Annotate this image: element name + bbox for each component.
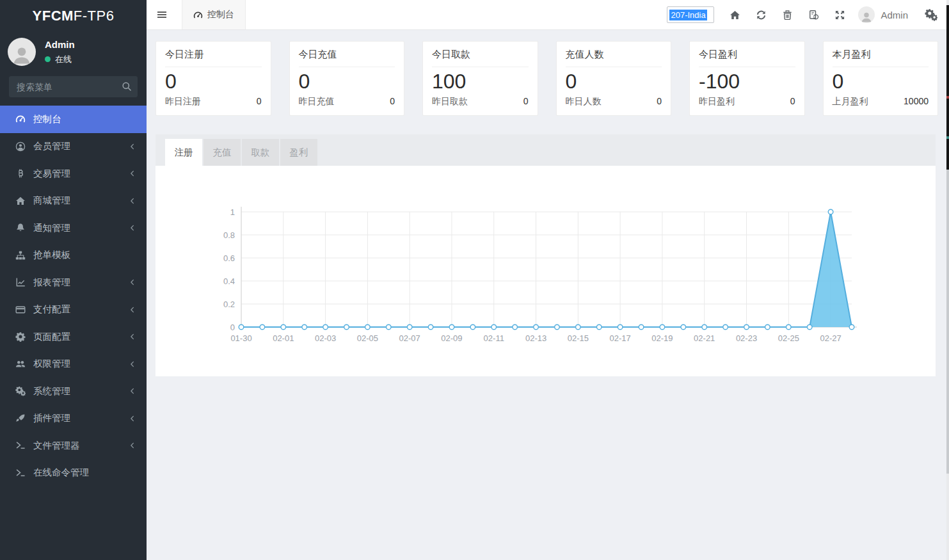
- stat-card-1: 今日充值0昨日充值0: [289, 41, 405, 116]
- clear-cache-icon[interactable]: [801, 2, 827, 28]
- stat-sub-label: 昨日盈利: [699, 96, 735, 108]
- sidebar-item-11[interactable]: 插件管理: [0, 405, 147, 433]
- dashboard-icon: [193, 10, 203, 20]
- sidebar-item-label: 商城管理: [33, 195, 129, 207]
- svg-text:02-03: 02-03: [315, 333, 336, 343]
- sidebar-item-label: 交易管理: [33, 168, 129, 180]
- refresh-icon[interactable]: [748, 2, 774, 28]
- topbar-avatar[interactable]: [858, 6, 875, 23]
- hamburger-icon[interactable]: [157, 10, 167, 20]
- svg-text:0.6: 0.6: [223, 253, 235, 263]
- sidebar-item-5[interactable]: 抢单模板: [0, 242, 147, 269]
- svg-text:0: 0: [230, 323, 235, 332]
- chart-tab-1[interactable]: 充值: [203, 139, 241, 166]
- topbar-tab-label: 控制台: [207, 9, 234, 20]
- stat-value: 0: [566, 70, 662, 93]
- svg-text:02-11: 02-11: [484, 333, 504, 343]
- stat-sub-label: 昨日取款: [432, 96, 468, 108]
- home-icon: [15, 196, 26, 206]
- chart-tab-0[interactable]: 注册: [165, 139, 202, 166]
- chart-line-icon: [15, 277, 26, 287]
- topbar: 控制台 207-India Admin: [147, 0, 949, 30]
- sidebar-item-label: 通知管理: [33, 222, 129, 234]
- sidebar-item-3[interactable]: 商城管理: [0, 188, 147, 215]
- chart-panel: 注册充值取款盈利 00.20.40.60.8101-3002-0102-0302…: [156, 134, 936, 376]
- sidebar-item-6[interactable]: 报表管理: [0, 269, 147, 296]
- content-area: 今日注册0昨日注册0今日充值0昨日充值0今日取款100昨日取款0充值人数0昨日人…: [147, 30, 949, 560]
- fullscreen-icon[interactable]: [827, 2, 853, 28]
- chevron-left-icon: [129, 170, 136, 177]
- credit-card-icon: [15, 305, 26, 315]
- svg-text:0.2: 0.2: [223, 300, 235, 309]
- online-dot-icon: [45, 56, 51, 62]
- chevron-left-icon: [129, 224, 136, 232]
- stat-value: 0: [833, 70, 929, 93]
- settings-gears-icon[interactable]: [925, 8, 937, 21]
- sidebar-menu: 控制台会员管理交易管理商城管理通知管理抢单模板报表管理支付配置页面配置权限管理系…: [0, 106, 147, 486]
- stat-sub-value: 0: [657, 96, 662, 108]
- stat-sub-value: 10000: [904, 96, 929, 108]
- stat-card-5: 本月盈利0上月盈利10000: [823, 41, 939, 116]
- cogs-icon: [15, 386, 26, 396]
- stat-sub-value: 0: [523, 96, 529, 108]
- stat-cards-row: 今日注册0昨日注册0今日充值0昨日充值0今日取款100昨日取款0充值人数0昨日人…: [156, 41, 938, 116]
- topbar-tab-dashboard[interactable]: 控制台: [182, 0, 246, 29]
- app-logo: YFCMF-TP6: [0, 0, 147, 32]
- sidebar-item-label: 控制台: [33, 113, 136, 125]
- chart-container: 00.20.40.60.8101-3002-0102-0302-0502-070…: [156, 166, 936, 376]
- home-icon[interactable]: [722, 2, 748, 28]
- sidebar-item-10[interactable]: 系统管理: [0, 378, 147, 405]
- chevron-left-icon: [129, 387, 136, 395]
- sitemap-icon: [15, 250, 26, 260]
- sidebar-item-label: 报表管理: [33, 276, 129, 289]
- app-root: YFCMF-TP6 Admin 在线 控制台会员管理交易管理商城管理通知管理抢单…: [0, 0, 949, 560]
- user-name: Admin: [45, 39, 75, 50]
- stat-title: 今日注册: [165, 49, 262, 67]
- sidebar-item-8[interactable]: 页面配置: [0, 323, 147, 351]
- stat-sub-label: 上月盈利: [833, 96, 868, 108]
- main-column: 控制台 207-India Admin 今日注册0昨日注册0今日充值0昨日充值0…: [147, 0, 949, 560]
- chart-tab-3[interactable]: 盈利: [280, 139, 317, 166]
- topbar-search-selected-text: 207-India: [669, 10, 706, 20]
- svg-text:0.8: 0.8: [223, 230, 235, 240]
- terminal-icon: [15, 468, 26, 478]
- topbar-search-input[interactable]: 207-India: [667, 6, 714, 23]
- sidebar-item-12[interactable]: 文件管理器: [0, 432, 147, 460]
- sidebar-item-1[interactable]: 会员管理: [0, 133, 147, 161]
- svg-text:02-01: 02-01: [273, 333, 294, 343]
- chart-tab-2[interactable]: 取款: [242, 139, 279, 166]
- stat-sub-value: 0: [390, 96, 395, 108]
- menu-search: [9, 76, 138, 97]
- topbar-username[interactable]: Admin: [881, 10, 908, 20]
- svg-text:02-05: 02-05: [357, 333, 378, 343]
- stat-value: 100: [432, 70, 529, 93]
- stat-sub-label: 昨日注册: [165, 96, 201, 108]
- svg-text:02-19: 02-19: [651, 333, 673, 343]
- sidebar-item-9[interactable]: 权限管理: [0, 351, 147, 378]
- chevron-left-icon: [129, 143, 136, 150]
- stat-card-3: 充值人数0昨日人数0: [556, 41, 672, 116]
- user-status: 在线: [45, 54, 75, 65]
- chart-tabstrip: 注册充值取款盈利: [156, 134, 936, 166]
- chevron-left-icon: [129, 360, 136, 368]
- rocket-icon: [15, 413, 26, 424]
- gear-icon: [15, 332, 26, 342]
- sidebar-item-label: 文件管理器: [33, 440, 129, 452]
- sidebar-item-4[interactable]: 通知管理: [0, 214, 147, 242]
- sidebar-item-0[interactable]: 控制台: [0, 106, 147, 133]
- avatar[interactable]: [8, 38, 36, 66]
- search-input[interactable]: [9, 76, 138, 97]
- sidebar-item-13[interactable]: 在线命令管理: [0, 460, 147, 487]
- sidebar-item-2[interactable]: 交易管理: [0, 160, 147, 188]
- sidebar-item-7[interactable]: 支付配置: [0, 296, 147, 324]
- browser-scrollbar[interactable]: [946, 0, 949, 560]
- search-icon: [122, 81, 132, 92]
- sidebar-item-label: 在线命令管理: [33, 467, 136, 479]
- trash-icon[interactable]: [774, 2, 801, 28]
- chevron-left-icon: [129, 306, 136, 314]
- stat-value: 0: [165, 70, 262, 93]
- stat-title: 今日取款: [432, 49, 529, 67]
- svg-text:01-30: 01-30: [230, 333, 251, 343]
- user-info: Admin 在线: [45, 39, 75, 65]
- member-icon: [15, 141, 26, 152]
